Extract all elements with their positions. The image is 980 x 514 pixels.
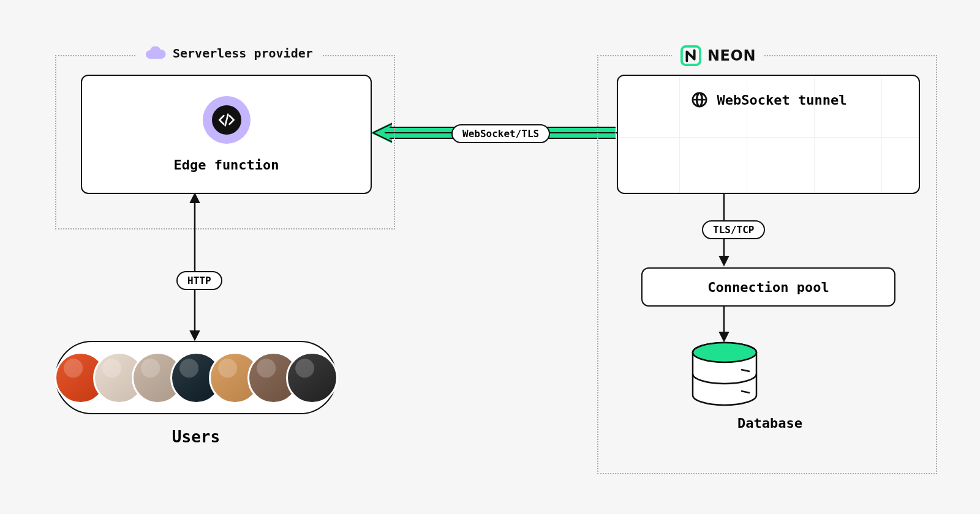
protocol-websocket: WebSocket/TLS (451, 124, 550, 143)
edge-function-label: Edge function (173, 157, 279, 173)
avatar-row (55, 352, 338, 404)
serverless-header: Serverless provider (136, 45, 322, 61)
neon-logo-icon (680, 45, 701, 66)
neon-header: NEON (672, 45, 764, 66)
neon-panel: NEON WebSocket tunnel Connection pool Da… (597, 55, 937, 474)
edge-function-card: Edge function (81, 75, 372, 194)
database-block: Database (724, 343, 816, 431)
avatar (286, 352, 338, 404)
users-pill (55, 341, 337, 414)
code-icon (212, 105, 241, 135)
serverless-title: Serverless provider (173, 46, 313, 61)
websocket-title-row: WebSocket tunnel (618, 91, 919, 109)
database-label: Database (724, 415, 816, 431)
neon-brand-text: NEON (707, 47, 756, 64)
protocol-tlstcp: TLS/TCP (702, 220, 765, 239)
globe-icon (690, 91, 709, 109)
websocket-tunnel-card: WebSocket tunnel (617, 75, 920, 194)
serverless-panel: Serverless provider Edge function (55, 55, 395, 229)
connection-pool-card: Connection pool (641, 267, 895, 307)
cloud-icon (145, 45, 167, 61)
users-label: Users (55, 428, 337, 446)
protocol-http: HTTP (176, 271, 222, 290)
websocket-label: WebSocket tunnel (717, 92, 847, 108)
svg-line-10 (225, 114, 228, 126)
connection-pool-label: Connection pool (707, 280, 829, 295)
edge-icon-wrap (203, 96, 251, 144)
users-block: Users (55, 341, 337, 446)
